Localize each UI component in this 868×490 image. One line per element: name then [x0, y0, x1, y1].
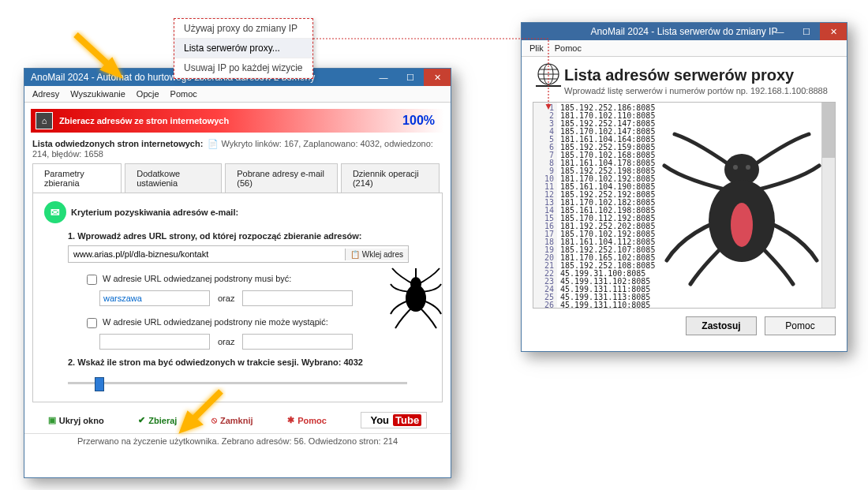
- apply-button[interactable]: Zastosuj: [686, 316, 757, 335]
- must-checkbox[interactable]: [87, 275, 97, 285]
- step1-label: 1. Wprowadź adres URL strony, od której …: [68, 231, 431, 241]
- menu-item-use-proxy[interactable]: Używaj proxy do zmiany IP: [174, 19, 312, 39]
- tab-panel: ✉ Kryterium pozyskiwania adresów e-mail:…: [32, 193, 443, 402]
- proxy-menu-pomoc[interactable]: Pomoc: [555, 43, 582, 53]
- mustnot-input-2[interactable]: [242, 334, 353, 350]
- spider-large-icon: [655, 118, 829, 292]
- proxy-minimize-button[interactable]: —: [766, 23, 793, 40]
- help-button[interactable]: ✱Pomoc: [287, 415, 327, 425]
- app-icon: ⌂: [36, 112, 53, 129]
- menu-item-proxy-list[interactable]: Lista serwerów proxy...: [174, 39, 312, 58]
- connector-arrow: [296, 37, 556, 132]
- tab-pobrane[interactable]: Pobrane adresy e-mail (56): [225, 163, 338, 193]
- arrow-to-opcje: [66, 27, 137, 90]
- options-popup-menu[interactable]: Używaj proxy do zmiany IP Lista serwerów…: [174, 18, 313, 79]
- proxy-heading: Lista adresów serwerów proxy: [564, 66, 828, 84]
- tab-dziennik[interactable]: Dziennik operacji (214): [341, 163, 440, 193]
- step2-label: 2. Wskaż ile stron ma być odwiedzonych w…: [68, 357, 431, 367]
- menu-item-clear-ip[interactable]: Usuwaj IP po każdej wizycie: [174, 58, 312, 78]
- must-input-2[interactable]: [242, 290, 353, 306]
- stats-line: Lista odwiedzonych stron internetowych: …: [32, 139, 443, 159]
- globe-icon: ✉: [44, 201, 66, 223]
- status-bar: Przerwano na życzenie użytkownika. Zebra…: [24, 433, 451, 448]
- proxy-maximize-button[interactable]: ☐: [793, 23, 820, 40]
- svg-point-10: [733, 165, 738, 170]
- tab-ustawienia[interactable]: Dodatkowe ustawienia: [125, 163, 222, 193]
- tabs: Parametry zbierania Dodatkowe ustawienia…: [32, 163, 443, 193]
- url-input[interactable]: [69, 246, 345, 262]
- mustnot-input-1[interactable]: [99, 334, 210, 350]
- arrow-to-collect: [166, 385, 237, 448]
- proxy-subheading: Wprowadź listę serwerów i numerów portów…: [564, 86, 828, 95]
- tab-parametry[interactable]: Parametry zbierania: [32, 163, 122, 193]
- proxy-menubar: Plik Pomoc: [522, 40, 847, 57]
- menu-adresy[interactable]: Adresy: [32, 89, 59, 99]
- hide-window-button[interactable]: ▣Ukryj okno: [48, 415, 104, 425]
- youtube-logo[interactable]: YouTube: [361, 412, 427, 428]
- menu-wyszukiwanie[interactable]: Wyszukiwanie: [70, 89, 125, 99]
- must-input-1[interactable]: [99, 290, 210, 306]
- proxy-titlebar: AnoMail 2024 - Lista serwerów do zmiany …: [522, 23, 847, 40]
- proxy-close-button[interactable]: ✕: [820, 23, 847, 40]
- pages-slider[interactable]: [68, 375, 407, 391]
- svg-point-11: [746, 165, 750, 170]
- menu-opcje[interactable]: Opcje: [137, 89, 159, 99]
- menu-pomoc[interactable]: Pomoc: [170, 89, 197, 99]
- proxy-help-button[interactable]: Pomoc: [765, 316, 836, 335]
- spider-small-icon: [384, 260, 447, 331]
- mustnot-checkbox[interactable]: [87, 318, 97, 328]
- bottom-bar: ▣Ukryj okno ✔Zbieraj ⦸Zamknij ✱Pomoc You…: [24, 407, 451, 433]
- paste-button[interactable]: 📋 Wklej adres: [345, 249, 408, 260]
- svg-point-13: [731, 203, 753, 247]
